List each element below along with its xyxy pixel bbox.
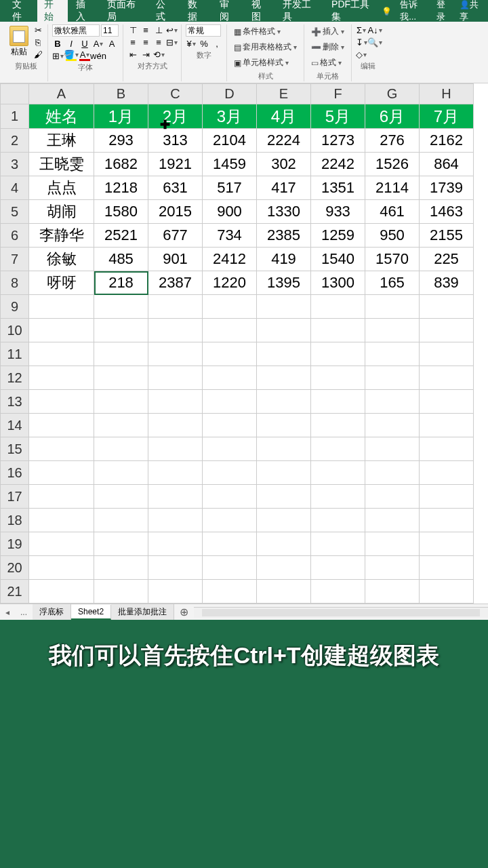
cell-A19[interactable] bbox=[29, 532, 94, 556]
tab-home[interactable]: 开始 bbox=[37, 0, 68, 27]
cell-F13[interactable] bbox=[311, 390, 365, 414]
spreadsheet[interactable]: ✚ ABCDEFGH1姓名1月2月3月4月5月6月7月2王琳2933132104… bbox=[0, 83, 488, 604]
align-center-icon[interactable]: ≡ bbox=[140, 37, 151, 47]
sheet-tab-3[interactable]: 批量添加批注 bbox=[111, 604, 174, 620]
row-header-21[interactable]: 21 bbox=[1, 580, 29, 604]
cell-A21[interactable] bbox=[29, 580, 94, 604]
cell-B10[interactable] bbox=[94, 319, 148, 342]
cell-C8[interactable]: 2387 bbox=[148, 271, 203, 295]
delete-button[interactable]: ➖删除 bbox=[308, 40, 347, 54]
grow-font-icon[interactable]: A bbox=[93, 38, 104, 49]
col-header-F[interactable]: F bbox=[311, 84, 365, 104]
currency-icon[interactable]: ¥ bbox=[186, 38, 197, 49]
col-header-C[interactable]: C bbox=[148, 84, 203, 104]
format-button[interactable]: ▭格式 bbox=[308, 56, 344, 70]
tab-formula[interactable]: 公式 bbox=[149, 0, 180, 27]
row-header-14[interactable]: 14 bbox=[1, 414, 29, 437]
row-header-10[interactable]: 10 bbox=[1, 319, 29, 342]
cell-D4[interactable]: 517 bbox=[203, 176, 257, 200]
cell-B2[interactable]: 293 bbox=[94, 129, 148, 153]
cell-G9[interactable] bbox=[365, 295, 420, 319]
cell-D10[interactable] bbox=[203, 319, 257, 342]
cell-B15[interactable] bbox=[94, 437, 148, 461]
cell-A15[interactable] bbox=[29, 437, 94, 461]
cell-F11[interactable] bbox=[311, 342, 365, 366]
cell-F6[interactable]: 1259 bbox=[311, 224, 365, 248]
cell-D19[interactable] bbox=[203, 532, 257, 556]
tab-view[interactable]: 视图 bbox=[245, 0, 275, 27]
cell-G16[interactable] bbox=[365, 461, 420, 485]
h-scrollbar[interactable] bbox=[194, 607, 488, 618]
cell-F10[interactable] bbox=[311, 319, 365, 342]
border-icon[interactable]: ⊞ bbox=[52, 50, 63, 61]
find-icon[interactable]: 🔍 bbox=[369, 37, 380, 47]
cell-E15[interactable] bbox=[257, 437, 311, 461]
col-header-D[interactable]: D bbox=[203, 84, 257, 104]
sheet-tab-1[interactable]: 浮底标 bbox=[33, 604, 71, 620]
cell-G14[interactable] bbox=[365, 414, 420, 437]
cell-E4[interactable]: 417 bbox=[257, 176, 311, 200]
cell-C13[interactable] bbox=[148, 390, 203, 414]
cell-G7[interactable]: 1570 bbox=[365, 248, 420, 271]
cell-H9[interactable] bbox=[420, 295, 474, 319]
cell-F7[interactable]: 1540 bbox=[311, 248, 365, 271]
cell-D2[interactable]: 2104 bbox=[203, 129, 257, 153]
cell-A4[interactable]: 点点 bbox=[29, 176, 94, 200]
cell-G17[interactable] bbox=[365, 485, 420, 509]
cell-G10[interactable] bbox=[365, 319, 420, 342]
align-mid-icon[interactable]: ≡ bbox=[140, 24, 151, 35]
cell-F16[interactable] bbox=[311, 461, 365, 485]
cell-F4[interactable]: 1351 bbox=[311, 176, 365, 200]
cell-C18[interactable] bbox=[148, 509, 203, 532]
row-header-7[interactable]: 7 bbox=[1, 248, 29, 271]
merge-icon[interactable]: ⊟ bbox=[166, 37, 177, 47]
cell-H21[interactable] bbox=[420, 580, 474, 604]
cell-D14[interactable] bbox=[203, 414, 257, 437]
cell-F19[interactable] bbox=[311, 532, 365, 556]
cell-A3[interactable]: 王晓雯 bbox=[29, 153, 94, 176]
font-color-icon[interactable]: A bbox=[79, 50, 90, 61]
cell-H10[interactable] bbox=[420, 319, 474, 342]
cell-A2[interactable]: 王琳 bbox=[29, 129, 94, 153]
cell-C10[interactable] bbox=[148, 319, 203, 342]
cell-G12[interactable] bbox=[365, 366, 420, 390]
cell-C16[interactable] bbox=[148, 461, 203, 485]
cell-A6[interactable]: 李静华 bbox=[29, 224, 94, 248]
shrink-font-icon[interactable]: A bbox=[106, 38, 117, 49]
percent-icon[interactable]: % bbox=[199, 38, 209, 49]
cell-H4[interactable]: 1739 bbox=[420, 176, 474, 200]
align-right-icon[interactable]: ≡ bbox=[153, 37, 164, 47]
cell-D21[interactable] bbox=[203, 580, 257, 604]
cell-D13[interactable] bbox=[203, 390, 257, 414]
cell-A20[interactable] bbox=[29, 556, 94, 580]
bold-button[interactable]: B bbox=[52, 38, 63, 49]
add-sheet-button[interactable]: ⊕ bbox=[174, 606, 194, 618]
row-header-5[interactable]: 5 bbox=[1, 200, 29, 224]
tab-insert[interactable]: 插入 bbox=[69, 0, 100, 27]
tellme[interactable]: 告诉我... bbox=[400, 0, 428, 23]
cell-H3[interactable]: 864 bbox=[420, 153, 474, 176]
cell-A17[interactable] bbox=[29, 485, 94, 509]
cell-C20[interactable] bbox=[148, 556, 203, 580]
cell-E7[interactable]: 419 bbox=[257, 248, 311, 271]
cell-E10[interactable] bbox=[257, 319, 311, 342]
cell-F15[interactable] bbox=[311, 437, 365, 461]
tab-data[interactable]: 数据 bbox=[181, 0, 211, 27]
row-header-6[interactable]: 6 bbox=[1, 224, 29, 248]
cell-G15[interactable] bbox=[365, 437, 420, 461]
table-format-button[interactable]: ▤套用表格格式 bbox=[231, 40, 300, 54]
clear-icon[interactable]: ◇ bbox=[356, 49, 367, 60]
fill-color-icon[interactable]: 🪣 bbox=[66, 50, 77, 61]
row-header-4[interactable]: 4 bbox=[1, 176, 29, 200]
cell-G18[interactable] bbox=[365, 509, 420, 532]
fmtpainter-icon[interactable]: 🖌 bbox=[33, 49, 43, 60]
cell-E11[interactable] bbox=[257, 342, 311, 366]
cut-icon[interactable]: ✂ bbox=[33, 24, 43, 35]
cell-B18[interactable] bbox=[94, 509, 148, 532]
indent-dec-icon[interactable]: ⇤ bbox=[127, 49, 138, 60]
row-header-2[interactable]: 2 bbox=[1, 129, 29, 153]
cell-F18[interactable] bbox=[311, 509, 365, 532]
cell-D6[interactable]: 734 bbox=[203, 224, 257, 248]
align-top-icon[interactable]: ⊤ bbox=[127, 24, 138, 35]
row-header-16[interactable]: 16 bbox=[1, 461, 29, 485]
